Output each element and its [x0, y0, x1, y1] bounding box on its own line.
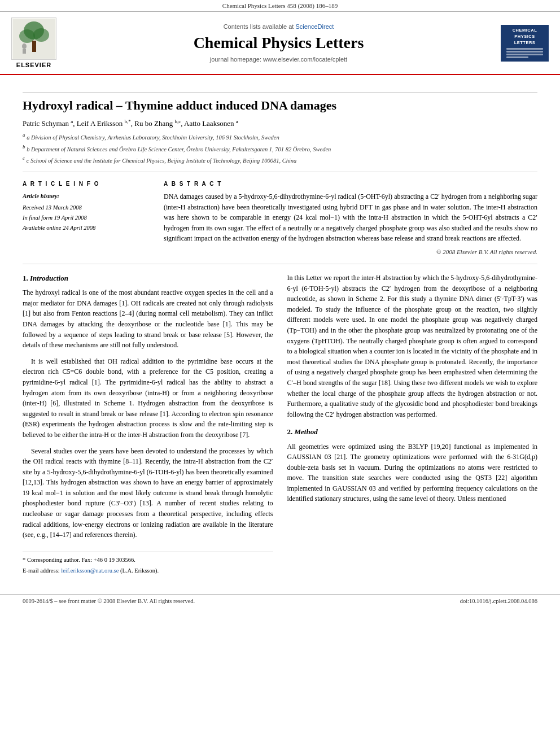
contents-line: Contents lists available at ScienceDirec…	[68, 23, 489, 30]
intro-para-2: It is well established that OH radical a…	[23, 356, 273, 440]
header-center: Contents lists available at ScienceDirec…	[56, 23, 501, 63]
available-online-date: Available online 24 April 2008	[23, 225, 95, 231]
authors-line: Patric Schyman a, Leif A Eriksson b,*, R…	[23, 119, 537, 128]
divider-3	[23, 264, 537, 264]
footnote-2-text: E-mail address:	[23, 567, 61, 574]
divider-1	[23, 92, 537, 93]
intro-para-3: Several studies over the years have been…	[23, 446, 273, 540]
abstract-column: A B S T R A C T DNA damages caused by a …	[164, 181, 537, 255]
tree-graphic	[11, 18, 56, 60]
section-1-label: Introduction	[30, 274, 68, 282]
author-zhang: Ru bo Zhang b,c,	[134, 119, 182, 128]
elsevier-logo-left: ELSEVIER	[11, 18, 56, 68]
bottom-bar: 0009-2614/$ – see front matter © 2008 El…	[0, 594, 560, 608]
footnote-2-name: (L.A. Eriksson).	[120, 567, 159, 574]
doi-line: doi:10.1016/j.cplett.2008.04.086	[460, 598, 537, 604]
affiliation-b: b b Department of Natural Sciences and Ö…	[23, 143, 537, 154]
email-link[interactable]: leif.eriksson@nat.oru.se	[61, 567, 119, 574]
section-2-number: 2.	[287, 427, 293, 436]
journal-logo-decoration	[503, 48, 546, 59]
section-2-title: 2. Method	[287, 426, 538, 438]
right-para-1: In this Letter we report the inter-H abs…	[287, 273, 538, 420]
final-form-date: In final form 19 April 2008	[23, 215, 87, 221]
article-history: Article history: Received 13 March 2008 …	[23, 191, 147, 233]
affiliations: a a Division of Physical Chemistry, Arrh…	[23, 132, 537, 165]
journal-logo-title: CHEMICALPHYSICSLETTERS	[513, 27, 537, 46]
info-abstract-columns: A R T I C L E I N F O Article history: R…	[23, 181, 537, 255]
article-info-column: A R T I C L E I N F O Article history: R…	[23, 181, 147, 255]
article-title: Hydroxyl radical – Thymine adduct induce…	[23, 98, 537, 113]
footnote-1: * Corresponding author. Fax: +46 0 19 30…	[23, 556, 273, 565]
svg-rect-6	[23, 49, 26, 54]
body-columns: 1. Introduction The hydroxyl radical is …	[23, 273, 537, 577]
affiliation-a: a a Division of Physical Chemistry, Arrh…	[23, 132, 537, 142]
received-date: Received 13 March 2008	[23, 204, 82, 211]
journal-logo-box: CHEMICALPHYSICSLETTERS	[501, 25, 549, 62]
section-1-number: 1.	[23, 274, 28, 282]
author-eriksson: Leif A Eriksson b,*,	[77, 119, 133, 128]
divider-2	[23, 172, 537, 172]
author-laaksonen: Aatto Laaksonen a	[184, 119, 238, 128]
journal-title: Chemical Physics Letters	[68, 33, 489, 53]
footnotes: * Corresponding author. Fax: +46 0 19 30…	[23, 552, 273, 576]
section-2-label: Method	[295, 427, 318, 436]
section-1-title: 1. Introduction	[23, 273, 273, 284]
svg-point-3	[33, 28, 49, 42]
sciencedirect-link[interactable]: ScienceDirect	[295, 23, 334, 30]
affiliation-c: c c School of Science and the Institute …	[23, 155, 537, 165]
article-content: Hydroxyl radical – Thymine adduct induce…	[0, 75, 560, 588]
abstract-text: DNA damages caused by a 5-hydroxy-5,6-di…	[164, 191, 537, 244]
copyright-line: © 2008 Elsevier B.V. All rights reserved…	[164, 248, 537, 255]
body-col-left: 1. Introduction The hydroxyl radical is …	[23, 273, 273, 577]
intro-para-1: The hydroxyl radical is one of the most …	[23, 287, 273, 351]
journal-citation: Chemical Physics Letters 458 (2008) 186–…	[222, 2, 338, 9]
elsevier-wordmark: ELSEVIER	[16, 62, 51, 68]
svg-point-5	[22, 43, 27, 49]
author-schyman: Patric Schyman a,	[23, 119, 75, 128]
homepage-line: journal homepage: www.elsevier.com/locat…	[68, 56, 489, 63]
homepage-text: journal homepage: www.elsevier.com/locat…	[210, 56, 347, 63]
issn-line: 0009-2614/$ – see front matter © 2008 El…	[23, 598, 195, 604]
top-bar: Chemical Physics Letters 458 (2008) 186–…	[0, 0, 560, 12]
svg-rect-4	[32, 41, 36, 52]
footnote-2: E-mail address: leif.eriksson@nat.oru.se…	[23, 566, 273, 575]
body-col-right: In this Letter we report the inter-H abs…	[287, 273, 538, 577]
abstract-heading: A B S T R A C T	[164, 181, 537, 187]
history-label: Article history:	[23, 191, 147, 202]
right-para-2: All geometries were optimized using the …	[287, 442, 538, 505]
page-wrapper: Chemical Physics Letters 458 (2008) 186–…	[0, 0, 560, 608]
contents-text: Contents lists available at	[224, 23, 294, 30]
journal-header: ELSEVIER Contents lists available at Sci…	[0, 12, 560, 75]
article-info-heading: A R T I C L E I N F O	[23, 181, 147, 187]
